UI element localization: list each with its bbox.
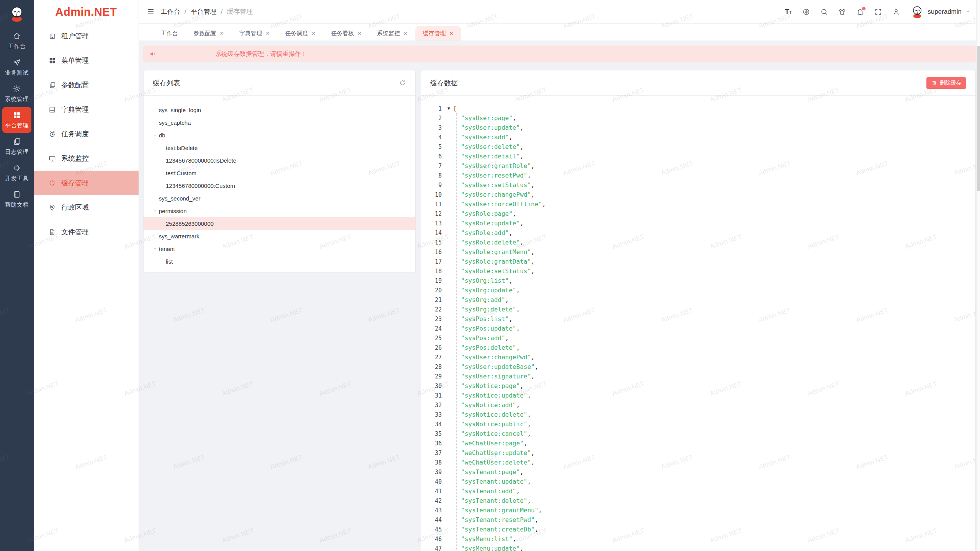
code-line: 44"sysTenant:resetPwd", [421,515,975,525]
line-number: 15 [421,239,442,246]
tree-node-tenant[interactable]: tenant [144,243,415,255]
tab-系统监控[interactable]: 系统监控✕ [369,26,415,41]
tab-label: 字典管理 [239,30,262,37]
language-icon[interactable] [802,8,810,16]
sidebar-item-param-config[interactable]: 参数配置 [34,73,139,97]
close-icon[interactable]: ✕ [403,31,408,36]
tree-node-db[interactable]: db [144,129,415,142]
rail-item-label: 业务测试 [5,69,29,77]
trash-icon [931,80,937,86]
panels-row: 缓存列表 sys_single_loginsys_captchadbtest:I… [143,70,976,551]
notification-icon[interactable] [856,8,864,16]
caret-down-icon[interactable] [152,209,158,213]
close-icon[interactable]: ✕ [312,31,316,36]
tree-node-252885263000000[interactable]: 252885263000000 [144,217,415,230]
cache-data-header: 缓存数据 删除缓存 [421,70,975,96]
tree-node-123456780000000:IsDelete[interactable]: 123456780000000:IsDelete [144,154,415,167]
code-string: "sysUser:update", [461,124,524,131]
theme-icon[interactable] [838,8,846,16]
tab-缓存管理[interactable]: 缓存管理✕ [415,26,461,41]
code-line: 7"sysUser:grantRole", [421,161,975,171]
tree-node-sys_captcha[interactable]: sys_captcha [144,116,415,129]
code-line: 5"sysUser:delete", [421,142,975,152]
line-number: 23 [421,316,442,323]
rail-item-platform-admin[interactable]: 平台管理 [2,107,31,133]
tree-node-test:Custom[interactable]: test:Custom [144,167,415,179]
rail-item-dev-tools[interactable]: 开发工具 [2,160,31,186]
brand-logo[interactable]: Admin.NET [34,0,139,24]
code-string: "sysUser:updateBase", [461,363,538,370]
tree-node-permission[interactable]: permission [144,205,415,217]
tab-参数配置[interactable]: 参数配置✕ [186,26,232,41]
close-icon[interactable]: ✕ [220,31,224,36]
sidebar-item-task-schedule[interactable]: 任务调度 [34,122,139,146]
sidebar-item-dict-admin[interactable]: 字典管理 [34,97,139,122]
code-string: "sysRole:grantMenu", [461,248,535,256]
user-menu[interactable]: superadmin [910,5,971,19]
search-icon[interactable] [820,8,828,16]
code-string: "sysNotice:cancel", [461,430,531,437]
close-icon[interactable]: ✕ [266,31,270,36]
fold-caret-icon[interactable]: ▼ [448,106,450,111]
tree-node-123456780000000:Custom[interactable]: 123456780000000:Custom [144,179,415,192]
app-logo-mascot[interactable] [8,5,26,24]
breadcrumb: 工作台/平台管理/缓存管理 [161,7,253,16]
breadcrumb-item[interactable]: 工作台 [161,7,180,16]
code-line: 14"sysRole:add", [421,228,975,238]
tab-任务调度[interactable]: 任务调度✕ [278,26,323,41]
code-string: "sysMenu:update", [461,545,524,551]
page-scrollbar-thumb[interactable] [977,46,980,191]
code-line: 39"sysTenant:page", [421,467,975,477]
tree-node-test:IsDelete[interactable]: test:IsDelete [144,142,415,154]
code-string: "sysTenant:resetPwd", [461,516,538,523]
code-string: "sysUser:resetPwd", [461,172,531,179]
fullscreen-icon[interactable] [874,8,882,16]
copy-icon [13,137,21,146]
code-line: 37"weChatUser:update", [421,448,975,458]
delete-cache-button[interactable]: 删除缓存 [926,77,966,89]
sidebar-item-label: 租户管理 [61,31,89,41]
refresh-icon[interactable] [399,79,406,86]
code-string: "sysPos:list", [461,315,513,323]
tab-任务看板[interactable]: 任务看板✕ [323,26,369,41]
tree-node-sys_single_login[interactable]: sys_single_login [144,104,415,116]
code-line: 34"sysNotice:public", [421,419,975,429]
line-number: 31 [421,392,442,399]
tree-node-sys_wartermark[interactable]: sys_wartermark [144,230,415,243]
tree-node-sys_second_ver[interactable]: sys_second_ver [144,192,415,205]
close-icon[interactable]: ✕ [358,31,362,36]
warning-banner: 系统缓存数据管理，请慎重操作！ [143,46,976,62]
code-line: 42"sysTenant:delete", [421,496,975,505]
code-line: 21"sysOrg:add", [421,295,975,305]
avatar [910,5,924,19]
profile-icon[interactable] [892,8,900,16]
sidebar-item-tenant-admin[interactable]: 租户管理 [34,24,139,48]
rail-item-system-admin[interactable]: 系统管理 [2,81,31,106]
breadcrumb-separator: / [185,8,186,16]
code-line: 4"sysUser:add", [421,132,975,142]
code-string: "sysUser:changePwd", [461,191,535,198]
code-line: 11"sysUser:forceOffline", [421,199,975,209]
grid-icon [49,57,56,64]
close-icon[interactable]: ✕ [449,31,454,36]
code-string: "sysUser:changePwd", [461,354,535,361]
sidebar-item-file-admin[interactable]: 文件管理 [34,220,139,244]
rail-item-help-docs[interactable]: 帮助文档 [2,186,31,212]
tab-工作台[interactable]: 工作台 [153,26,186,41]
sidebar-item-system-monitor[interactable]: 系统监控 [34,146,139,171]
rail-item-business-test[interactable]: 业务测试 [2,54,31,80]
tab-字典管理[interactable]: 字典管理✕ [232,26,278,41]
rail-item-log-admin[interactable]: 日志管理 [2,134,31,159]
clock-icon [49,130,56,138]
sidebar-item-menu-admin[interactable]: 菜单管理 [34,48,139,73]
sidebar-item-admin-region[interactable]: 行政区域 [34,195,139,220]
font-size-icon[interactable]: TT [785,8,792,16]
rail-item-workbench[interactable]: 工作台 [2,28,31,54]
tree-node-list[interactable]: list [144,255,415,268]
caret-down-icon[interactable] [152,134,158,137]
menu-fold-icon[interactable] [147,8,155,16]
breadcrumb-item[interactable]: 平台管理 [191,7,217,16]
page-scrollbar[interactable] [976,0,980,551]
caret-down-icon[interactable] [152,247,158,251]
sidebar-item-cache-admin[interactable]: 缓存管理 [34,171,139,195]
